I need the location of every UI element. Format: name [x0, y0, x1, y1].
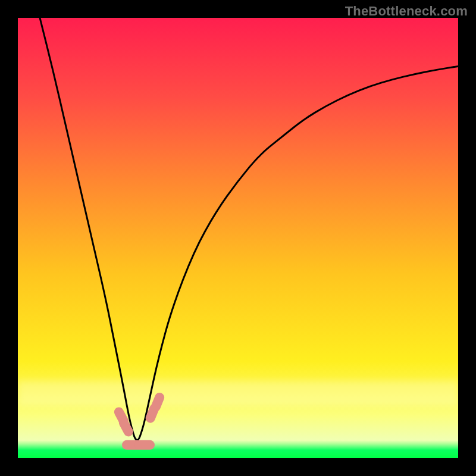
watermark-text: TheBottleneck.com [345, 4, 468, 19]
curve-layer [18, 18, 458, 458]
data-marker [134, 440, 155, 450]
bottleneck-curve [40, 18, 458, 440]
plot-area [18, 18, 458, 458]
chart-frame: TheBottleneck.com [0, 0, 476, 476]
